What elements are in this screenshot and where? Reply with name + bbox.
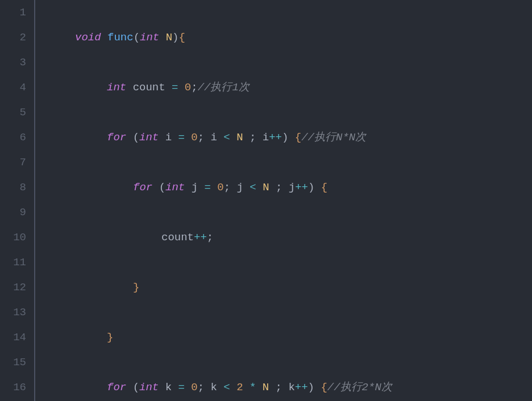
comment: //执行1次 bbox=[198, 81, 250, 94]
line-number: 2 bbox=[0, 25, 26, 50]
comment: //执行2*N次 bbox=[327, 381, 392, 394]
semicolon: ; bbox=[276, 181, 282, 194]
line-number: 14 bbox=[0, 325, 26, 350]
paren-open: ( bbox=[133, 131, 139, 144]
line-number: 11 bbox=[0, 250, 26, 275]
comment: //执行N*N次 bbox=[301, 131, 366, 144]
var-j: j bbox=[237, 181, 243, 194]
var-N: N bbox=[263, 181, 269, 194]
semicolon: ; bbox=[198, 381, 204, 394]
type-int: int bbox=[107, 81, 126, 94]
code-editor[interactable]: void func(int N){ int count = 0;//执行1次 f… bbox=[35, 0, 532, 401]
var-i: i bbox=[211, 131, 217, 144]
paren-close: ) bbox=[308, 181, 314, 194]
op-assign: = bbox=[172, 81, 178, 94]
var-i: i bbox=[263, 131, 269, 144]
code-line[interactable]: for (int k = 0; k < 2 * N ; k++) {//执行2*… bbox=[35, 375, 532, 400]
paren-close: ) bbox=[282, 131, 288, 144]
var-i: i bbox=[165, 131, 172, 144]
brace-open: { bbox=[178, 31, 185, 44]
line-number: 12 bbox=[0, 275, 26, 300]
line-number-gutter: 1 2 3 4 5 6 7 8 9 10 11 12 13 14 15 16 bbox=[0, 0, 35, 401]
brace-open: { bbox=[321, 381, 327, 394]
brace-close: } bbox=[133, 281, 139, 294]
code-line[interactable]: count++; bbox=[35, 225, 532, 250]
paren-close: ) bbox=[308, 381, 314, 394]
type-int: int bbox=[139, 131, 159, 144]
semicolon: ; bbox=[276, 381, 282, 394]
op-mul: * bbox=[250, 381, 256, 394]
line-number: 7 bbox=[0, 150, 26, 175]
op-assign: = bbox=[204, 181, 210, 194]
keyword-for: for bbox=[107, 131, 126, 144]
semicolon: ; bbox=[224, 181, 230, 194]
line-number: 4 bbox=[0, 75, 26, 100]
var-k: k bbox=[288, 381, 294, 394]
keyword-for: for bbox=[107, 381, 126, 394]
line-number: 8 bbox=[0, 175, 26, 200]
line-number: 13 bbox=[0, 300, 26, 325]
op-assign: = bbox=[178, 131, 184, 144]
op-assign: = bbox=[178, 381, 184, 394]
literal-zero: 0 bbox=[217, 181, 223, 194]
line-number: 1 bbox=[0, 0, 26, 25]
op-inc: ++ bbox=[269, 131, 282, 144]
paren-open: ( bbox=[134, 31, 140, 44]
brace-open: { bbox=[321, 181, 327, 194]
op-inc: ++ bbox=[295, 381, 308, 394]
var-count: count bbox=[161, 231, 194, 244]
var-k: k bbox=[165, 381, 172, 394]
type-int: int bbox=[165, 181, 185, 194]
brace-open: { bbox=[295, 131, 301, 144]
param-N: N bbox=[166, 31, 172, 44]
line-number: 6 bbox=[0, 125, 26, 150]
op-inc: ++ bbox=[194, 231, 207, 244]
code-line[interactable]: } bbox=[35, 275, 532, 300]
brace-close: } bbox=[107, 331, 113, 344]
semicolon: ; bbox=[198, 131, 204, 144]
literal-zero: 0 bbox=[191, 381, 197, 394]
line-number: 5 bbox=[0, 100, 26, 125]
line-number: 9 bbox=[0, 200, 26, 225]
literal-zero: 0 bbox=[185, 81, 191, 94]
paren-open: ( bbox=[133, 381, 139, 394]
line-number: 16 bbox=[0, 375, 26, 400]
var-count: count bbox=[133, 81, 165, 94]
function-name: func bbox=[107, 31, 134, 44]
keyword-for: for bbox=[133, 181, 152, 194]
type-int: int bbox=[139, 381, 159, 394]
var-N: N bbox=[236, 131, 243, 144]
code-line[interactable]: for (int j = 0; j < N ; j++) { bbox=[35, 175, 532, 200]
literal-two: 2 bbox=[236, 381, 243, 394]
code-line[interactable]: void func(int N){ bbox=[35, 25, 532, 50]
line-number: 15 bbox=[0, 350, 26, 375]
semicolon: ; bbox=[250, 131, 256, 144]
type-int: int bbox=[140, 31, 159, 44]
op-lt: < bbox=[223, 381, 230, 394]
var-k: k bbox=[211, 381, 217, 394]
line-number: 10 bbox=[0, 225, 26, 250]
line-number: 3 bbox=[0, 50, 26, 75]
op-lt: < bbox=[223, 131, 230, 144]
literal-zero: 0 bbox=[191, 131, 197, 144]
var-j: j bbox=[289, 181, 295, 194]
semicolon: ; bbox=[191, 81, 197, 94]
op-lt: < bbox=[250, 181, 256, 194]
keyword-void: void bbox=[75, 31, 101, 44]
var-N: N bbox=[263, 381, 269, 394]
paren-open: ( bbox=[159, 181, 165, 194]
semicolon: ; bbox=[207, 231, 213, 244]
var-j: j bbox=[192, 181, 198, 194]
code-line[interactable]: } bbox=[35, 325, 532, 350]
code-line[interactable]: for (int i = 0; i < N ; i++) {//执行N*N次 bbox=[35, 125, 532, 150]
op-inc: ++ bbox=[295, 181, 308, 194]
paren-close: ) bbox=[172, 31, 178, 44]
code-line[interactable]: int count = 0;//执行1次 bbox=[35, 75, 532, 100]
